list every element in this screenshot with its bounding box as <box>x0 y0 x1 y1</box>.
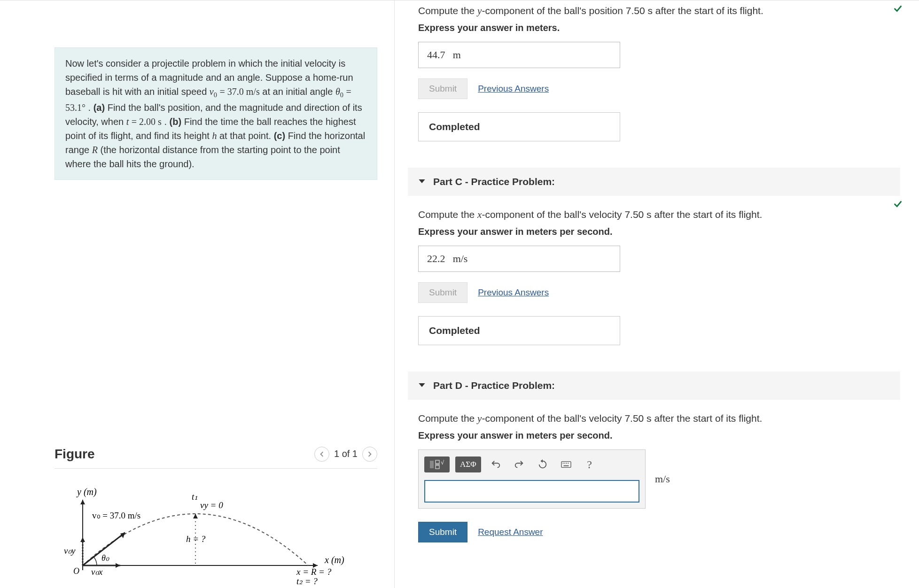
svg-rect-22 <box>568 463 569 464</box>
svg-marker-7 <box>116 563 120 568</box>
v0y-label: v₀y <box>64 546 76 556</box>
part-d-title: Part D - Practice Problem: <box>433 380 555 391</box>
svg-rect-20 <box>564 463 565 464</box>
part-d-unit: m/s <box>655 473 670 485</box>
part-c-instruction: Express your answer in meters per second… <box>418 226 890 237</box>
projectile-diagram: y (m) x (m) v₀ = 37.0 m/s v₀y v₀x θ₀ O t… <box>55 481 355 584</box>
v0-label: v₀ = 37.0 m/s <box>92 511 140 520</box>
part-b-label: (b) <box>170 116 182 127</box>
check-icon <box>893 3 903 15</box>
help-tool[interactable]: ? <box>581 456 599 473</box>
y-axis-label: y (m) <box>76 487 97 497</box>
part-b-question: Compute the y-component of the ball's po… <box>418 5 890 17</box>
fraction-template-icon: √ <box>429 460 445 469</box>
part-b-answer-value: 44.7 <box>427 49 445 61</box>
eq-v0: = 37.0 m/s <box>220 86 260 97</box>
svg-rect-21 <box>566 463 567 464</box>
equation-row: √ ΑΣΦ <box>418 449 890 509</box>
redo-icon <box>514 459 524 470</box>
part-b-submit-button: Submit <box>418 78 467 99</box>
part-c-answer-unit: m/s <box>453 253 468 264</box>
answer-input[interactable] <box>424 480 639 503</box>
pager-prev-button[interactable] <box>314 447 329 462</box>
part-b-previous-answers-link[interactable]: Previous Answers <box>478 84 549 94</box>
svg-marker-17 <box>540 459 543 463</box>
figure-block: Figure 1 of 1 <box>55 443 377 586</box>
theta-var: θ0 <box>335 86 343 97</box>
chevron-right-icon <box>367 451 373 457</box>
part-d-block: Part D - Practice Problem: Compute the y… <box>408 371 900 542</box>
greek-tool[interactable]: ΑΣΦ <box>455 456 481 472</box>
v0-var: v0 <box>210 86 217 97</box>
t2-label: t₂ = ? <box>296 576 318 584</box>
part-b-status: Completed <box>418 112 620 141</box>
part-c-label: (c) <box>274 131 285 141</box>
part-c-previous-answers-link[interactable]: Previous Answers <box>478 287 549 298</box>
part-b-answer-box: 44.7 m <box>418 42 620 68</box>
right-column: Compute the y-component of the ball's po… <box>395 0 919 588</box>
part-c-header[interactable]: Part C - Practice Problem: <box>408 168 900 196</box>
figure-title: Figure <box>55 447 95 462</box>
part-c-answer-value: 22.2 <box>427 253 445 264</box>
part-b-answer-unit: m <box>453 49 461 61</box>
problem-text-4: . <box>164 116 169 127</box>
part-b-instruction: Express your answer in meters. <box>418 23 890 33</box>
part-c-submit-button: Submit <box>418 282 467 303</box>
figure-header: Figure 1 of 1 <box>55 443 377 469</box>
part-d-instruction: Express your answer in meters per second… <box>418 430 890 441</box>
template-tool[interactable]: √ <box>424 456 450 472</box>
svg-rect-19 <box>562 463 563 464</box>
theta-label: θ₀ <box>101 553 110 563</box>
v0x-label: v₀x <box>91 567 103 577</box>
caret-down-icon <box>418 381 426 390</box>
request-answer-link[interactable]: Request Answer <box>478 527 543 537</box>
t-var: t <box>126 116 129 127</box>
problem-text-2: at an initial angle <box>262 86 335 97</box>
t1-label: t₁ <box>192 492 198 502</box>
x-axis-label: x (m) <box>324 555 344 565</box>
h-var: h <box>212 131 217 141</box>
part-c-text2: (the horizontal distance from the starti… <box>65 145 340 169</box>
pager-text: 1 of 1 <box>334 449 358 459</box>
eq-t: = 2.00 s <box>132 116 162 127</box>
svg-rect-18 <box>561 462 571 468</box>
svg-rect-12 <box>430 461 434 468</box>
equation-toolbar: √ ΑΣΦ <box>424 456 639 473</box>
part-b-block: Compute the y-component of the ball's po… <box>408 5 900 141</box>
undo-icon <box>491 459 501 470</box>
svg-rect-23 <box>563 465 569 466</box>
part-c-block: Part C - Practice Problem: Compute the x… <box>408 168 900 345</box>
part-d-header[interactable]: Part D - Practice Problem: <box>408 371 900 400</box>
page: Now let's consider a projectile problem … <box>0 0 919 588</box>
figure-pager: 1 of 1 <box>314 447 377 462</box>
svg-rect-15 <box>436 465 439 469</box>
svg-marker-9 <box>80 537 85 542</box>
svg-marker-3 <box>80 500 85 504</box>
xR-label: x = R = ? <box>296 567 332 577</box>
part-c-answer-box: 22.2 m/s <box>418 246 620 272</box>
undo-tool[interactable] <box>487 456 505 473</box>
part-a-label: (a) <box>93 102 105 113</box>
reset-icon <box>537 459 548 470</box>
chevron-left-icon <box>319 451 325 457</box>
keyboard-icon <box>561 459 571 470</box>
problem-statement: Now let's consider a projectile problem … <box>55 47 377 180</box>
svg-text:√: √ <box>441 460 444 466</box>
part-d-question: Compute the y-component of the ball's ve… <box>418 413 890 425</box>
redo-tool[interactable] <box>510 456 528 473</box>
vy0-label: vy = 0 <box>200 500 223 510</box>
part-c-status: Completed <box>418 316 620 345</box>
R-var: R <box>92 145 98 155</box>
part-b-text2: at that point. <box>219 131 274 141</box>
figure-diagram: y (m) x (m) v₀ = 37.0 m/s v₀y v₀x θ₀ O t… <box>55 481 377 586</box>
problem-text-3: . <box>88 102 93 113</box>
h-label: h = ? <box>186 534 206 544</box>
equation-editor: √ ΑΣΦ <box>418 449 646 509</box>
part-d-submit-button[interactable]: Submit <box>418 522 467 542</box>
left-column: Now let's consider a projectile problem … <box>0 0 395 588</box>
part-c-title: Part C - Practice Problem: <box>433 176 555 187</box>
reset-tool[interactable] <box>534 456 552 473</box>
pager-next-button[interactable] <box>362 447 377 462</box>
keyboard-tool[interactable] <box>557 456 575 473</box>
caret-down-icon <box>418 178 426 186</box>
